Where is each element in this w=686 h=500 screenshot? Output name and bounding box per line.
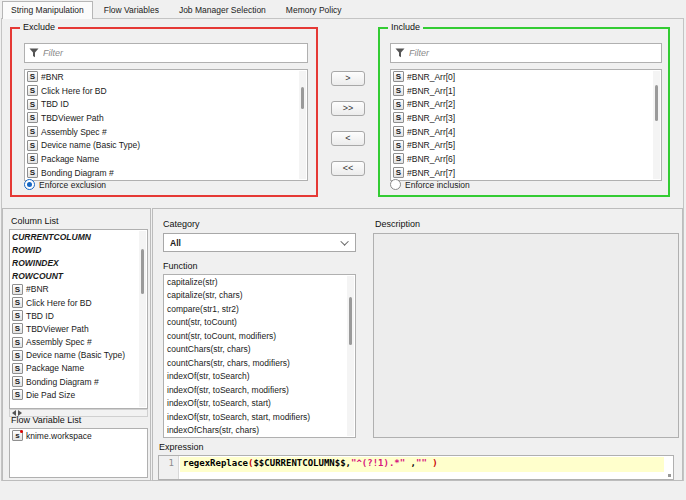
vertical-scrollbar[interactable]: [139, 231, 146, 407]
list-item-label: #BNR_Arr[3]: [407, 113, 455, 123]
expression-code-line[interactable]: regexReplace($$CURRENTCOLUMN$$,"^(?!1).*…: [180, 457, 664, 472]
list-item-label: #BNR_Arr[6]: [407, 154, 455, 164]
list-item-label: Die Pad Size: [26, 390, 75, 400]
list-item[interactable]: ROWID: [10, 243, 147, 256]
list-item[interactable]: S#BNR_Arr[0]: [391, 70, 661, 84]
scrollbar-thumb[interactable]: [655, 85, 658, 121]
include-filter-input[interactable]: [409, 48, 657, 58]
list-item-label: #BNR_Arr[0]: [407, 72, 455, 82]
list-item-label: knime.workspace: [26, 431, 92, 441]
include-panel-title: Include: [388, 22, 423, 32]
column-list-panel: Column List CURRENTCOLUMNROWIDROWINDEXRO…: [2, 208, 151, 481]
add-button[interactable]: >: [331, 71, 365, 86]
list-item[interactable]: count(str, toCount): [164, 316, 355, 330]
list-item[interactable]: CURRENTCOLUMN: [10, 230, 147, 243]
enforce-exclusion-label: Enforce exclusion: [39, 180, 106, 190]
string-type-icon: S: [12, 323, 23, 334]
string-type-icon: S: [393, 71, 404, 82]
tab-string-manipulation[interactable]: String Manipulation: [2, 1, 93, 19]
list-item[interactable]: S#BNR: [25, 70, 307, 84]
list-item-label: Device name (Basic Type): [41, 140, 140, 150]
vertical-scrollbar[interactable]: [299, 71, 306, 179]
scrollbar-thumb[interactable]: [141, 249, 144, 295]
description-label: Description: [375, 219, 420, 229]
scrollbar-thumb[interactable]: [349, 297, 352, 345]
enforce-exclusion-radio[interactable]: Enforce exclusion: [24, 179, 106, 190]
list-item[interactable]: S#BNR_Arr[5]: [391, 138, 661, 152]
list-item[interactable]: indexOf(str, toSearch, start, modifiers): [164, 410, 355, 424]
code-token: regexReplace: [183, 458, 248, 468]
list-item[interactable]: S#BNR_Arr[6]: [391, 152, 661, 166]
list-item[interactable]: SDie Pad Size: [10, 388, 147, 401]
flow-variable-list: sknime.workspace: [9, 428, 148, 478]
remove-button[interactable]: <: [331, 131, 365, 146]
list-item[interactable]: STBDViewer Path: [10, 322, 147, 335]
list-item[interactable]: ROWINDEX: [10, 256, 147, 269]
list-item[interactable]: indexOf(str, toSearch, start): [164, 397, 355, 411]
radio-icon: [390, 179, 401, 190]
function-panel: Category All Function capitalize(str)cap…: [152, 208, 683, 481]
list-item[interactable]: S#BNR_Arr[3]: [391, 111, 661, 125]
list-item[interactable]: S#BNR_Arr[7]: [391, 166, 661, 180]
list-item-label: ROWID: [12, 245, 41, 255]
list-item[interactable]: indexOf(str, toSearch): [164, 370, 355, 384]
list-item[interactable]: STBD ID: [25, 97, 307, 111]
category-select[interactable]: All: [163, 233, 356, 252]
vertical-scrollbar[interactable]: [347, 276, 354, 436]
list-item[interactable]: S#BNR: [10, 283, 147, 296]
vertical-scrollbar[interactable]: [653, 71, 660, 179]
list-item-label: ROWCOUNT: [12, 271, 63, 281]
list-item[interactable]: SAssembly Spec #: [25, 125, 307, 139]
list-item-label: indexOfChars(str, chars): [167, 425, 259, 435]
list-item[interactable]: SDevice name (Basic Type): [10, 349, 147, 362]
list-item[interactable]: SBonding Diagram #: [25, 166, 307, 180]
list-item[interactable]: SPackage Name: [25, 152, 307, 166]
tab-bar: String ManipulationFlow VariablesJob Man…: [2, 0, 353, 19]
list-item[interactable]: indexOfChars(str, chars): [164, 424, 355, 438]
list-item[interactable]: ROWCOUNT: [10, 270, 147, 283]
list-item[interactable]: indexOf(str, toSearch, modifiers): [164, 383, 355, 397]
string-type-icon: S: [393, 126, 404, 137]
tab-flow-variables[interactable]: Flow Variables: [95, 1, 168, 19]
exclude-filter-input[interactable]: [43, 48, 303, 58]
list-item[interactable]: SBonding Diagram #: [10, 375, 147, 388]
list-item[interactable]: countChars(str, chars, modifiers): [164, 356, 355, 370]
list-item-label: #BNR_Arr[7]: [407, 168, 455, 178]
list-item[interactable]: STBDViewer Path: [25, 111, 307, 125]
list-item[interactable]: SClick Here for BD: [25, 84, 307, 98]
chevron-down-icon: [340, 237, 348, 245]
string-type-icon: S: [27, 126, 38, 137]
remove-all-button[interactable]: <<: [331, 161, 365, 176]
list-item[interactable]: SDevice name (Basic Type): [25, 138, 307, 152]
list-item[interactable]: STBD ID: [10, 309, 147, 322]
string-type-icon: S: [393, 85, 404, 96]
list-item[interactable]: count(str, toCount, modifiers): [164, 329, 355, 343]
line-number-gutter: 1: [159, 456, 179, 479]
string-type-icon: S: [393, 140, 404, 151]
list-item[interactable]: SAssembly Spec #: [10, 336, 147, 349]
list-item-label: capitalize(str): [167, 277, 218, 287]
list-item[interactable]: sknime.workspace: [10, 429, 147, 443]
tab-memory-policy[interactable]: Memory Policy: [277, 1, 351, 19]
scrollbar-thumb[interactable]: [301, 87, 304, 109]
description-box: [373, 233, 679, 438]
list-item[interactable]: S#BNR_Arr[1]: [391, 84, 661, 98]
add-all-button[interactable]: >>: [331, 101, 365, 116]
list-item[interactable]: S#BNR_Arr[2]: [391, 97, 661, 111]
list-item-label: compare(str1, str2): [167, 304, 239, 314]
list-item[interactable]: capitalize(str, chars): [164, 289, 355, 303]
tab-job-manager-selection[interactable]: Job Manager Selection: [170, 1, 275, 19]
list-item[interactable]: SClick Here for BD: [10, 296, 147, 309]
list-item-label: TBDViewer Path: [26, 324, 89, 334]
string-type-icon: S: [12, 284, 23, 295]
enforce-inclusion-radio[interactable]: Enforce inclusion: [390, 179, 470, 190]
list-item[interactable]: capitalize(str): [164, 275, 355, 289]
expression-editor[interactable]: 1 regexReplace($$CURRENTCOLUMN$$,"^(?!1)…: [158, 455, 674, 480]
list-item-label: Bonding Diagram #: [26, 377, 99, 387]
list-item[interactable]: countChars(str, chars): [164, 343, 355, 357]
list-item-label: Assembly Spec #: [41, 127, 107, 137]
list-item[interactable]: compare(str1, str2): [164, 302, 355, 316]
list-item-label: TBDViewer Path: [41, 113, 104, 123]
list-item[interactable]: SPackage Name: [10, 362, 147, 375]
list-item[interactable]: S#BNR_Arr[4]: [391, 125, 661, 139]
